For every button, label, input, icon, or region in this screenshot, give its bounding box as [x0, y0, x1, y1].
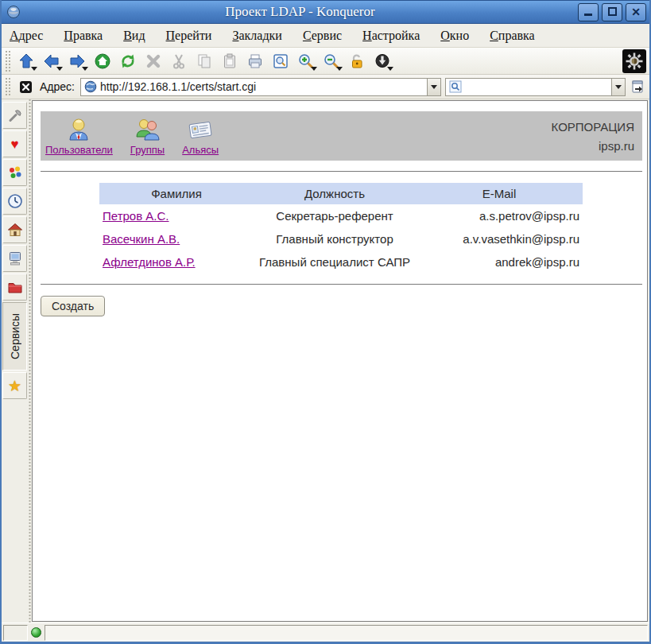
group-icon [134, 116, 161, 143]
person-position: Главный специалист САПР [250, 250, 419, 274]
sidebar-tab-label: Сервисы [9, 313, 21, 359]
sidebar-tab-services[interactable]: Сервисы [2, 302, 27, 370]
forward-icon[interactable] [65, 50, 89, 72]
header-position: Должность [250, 183, 419, 204]
table-header-row: Фамилия Должность E-Mail [99, 183, 583, 204]
lock-open-icon[interactable] [345, 50, 369, 72]
search-dropdown-arrow[interactable] [611, 79, 625, 95]
statusbar [2, 623, 649, 642]
person-email: andrek@ipsp.ru [419, 250, 583, 274]
konqueror-app-icon [5, 3, 22, 21]
people-table: Фамилия Должность E-Mail Петров А.С. Сек… [99, 183, 583, 274]
corporation-domain: ipsp.ru [552, 137, 634, 156]
home-icon[interactable] [91, 50, 114, 72]
browser-viewport: Пользователи Группы Альясы КОРПОРАЦИЯ ip… [32, 100, 648, 622]
star-icon[interactable]: ★ [2, 372, 27, 399]
toolbar-grip[interactable] [5, 50, 10, 72]
table-row: Васечкин А.В. Главный конструктор a.v.va… [99, 227, 583, 250]
go-icon[interactable] [630, 78, 646, 95]
person-position: Секретарь-референт [250, 204, 419, 227]
navigation-panel: ♥ Сервисы ★ [2, 99, 28, 623]
corporation-title: КОРПОРАЦИЯ [552, 118, 634, 137]
user-icon [65, 116, 92, 143]
menu-edit[interactable]: Правка [64, 29, 103, 43]
menu-settings[interactable]: Настройка [362, 29, 420, 43]
nav-link-aliases[interactable]: Альясы [182, 116, 219, 156]
maximize-button[interactable] [602, 3, 622, 21]
wrench-icon[interactable] [2, 102, 27, 129]
menu-tools[interactable]: Сервис [303, 29, 342, 43]
person-email: a.s.petrov@ipsp.ru [419, 204, 583, 227]
address-label: Адрес: [40, 80, 75, 93]
red-folder-icon[interactable] [2, 274, 27, 301]
id-card-icon [187, 116, 214, 143]
nav-link-groups[interactable]: Группы [130, 116, 165, 156]
header-email: E-Mail [419, 183, 583, 204]
url-dropdown-arrow[interactable] [427, 79, 440, 95]
print-icon[interactable] [243, 50, 267, 72]
cut-icon [167, 50, 191, 72]
menu-help[interactable]: Справка [490, 29, 535, 43]
zoom-out-icon[interactable] [320, 50, 343, 72]
divider-top [41, 171, 642, 172]
download-icon[interactable] [370, 50, 394, 72]
globe-icon [83, 80, 98, 94]
nav-link-users[interactable]: Пользователи [45, 116, 113, 156]
person-link[interactable]: Петров А.С. [103, 209, 169, 223]
divider-bottom [41, 284, 642, 285]
person-position: Главный конструктор [250, 227, 419, 250]
nav-link-aliases-label: Альясы [182, 144, 219, 156]
menu-view[interactable]: Вид [123, 29, 145, 43]
search-combobox[interactable] [445, 78, 626, 96]
url-input[interactable] [98, 80, 427, 93]
stop-icon [141, 50, 165, 72]
table-row: Афлетдинов А.Р. Главный специалист САПР … [99, 250, 583, 274]
location-toolbar-grip[interactable] [5, 77, 10, 96]
status-led-icon [31, 627, 41, 638]
konqueror-gear-icon[interactable] [622, 49, 646, 73]
clear-location-icon[interactable] [17, 78, 34, 95]
corporation-block: КОРПОРАЦИЯ ipsp.ru [552, 116, 636, 156]
reload-icon[interactable] [116, 50, 140, 72]
search-input[interactable] [463, 80, 611, 93]
paste-icon [218, 50, 242, 72]
copy-icon [192, 50, 216, 72]
computer-icon[interactable] [2, 245, 27, 272]
search-icon [448, 80, 463, 94]
person-link[interactable]: Васечкин А.В. [103, 232, 180, 246]
location-toolbar: Адрес: [2, 75, 649, 99]
table-row: Петров А.С. Секретарь-референт a.s.petro… [99, 204, 583, 227]
close-button[interactable]: ✕ [626, 3, 646, 21]
menubar: Адрес Правка Вид Перейти Закладки Сервис… [2, 24, 649, 48]
nav-link-groups-label: Группы [130, 144, 165, 156]
create-button[interactable]: Создать [41, 296, 105, 316]
back-icon[interactable] [40, 50, 64, 72]
services-dots-icon[interactable] [2, 159, 27, 186]
menu-address[interactable]: Адрес [10, 29, 43, 43]
find-icon[interactable] [269, 50, 293, 72]
url-combobox[interactable] [80, 78, 441, 96]
konqueror-window: Проект LDAP - Konqueror ✕ Адрес Правка В… [0, 0, 651, 644]
main-toolbar [2, 48, 649, 75]
zoom-in-icon[interactable] [294, 50, 318, 72]
minimize-button[interactable] [578, 3, 599, 21]
page-nav-header: Пользователи Группы Альясы КОРПОРАЦИЯ ip… [41, 111, 642, 161]
statusbar-corner-box [3, 625, 28, 641]
up-icon[interactable] [14, 50, 38, 72]
nav-link-users-label: Пользователи [45, 144, 113, 156]
home-folder-icon[interactable] [2, 216, 27, 243]
person-link[interactable]: Афлетдинов А.Р. [103, 255, 196, 269]
menu-window[interactable]: Окно [440, 29, 469, 43]
menu-go[interactable]: Перейти [166, 29, 212, 43]
main-area: ♥ Сервисы ★ Пользова [2, 99, 649, 623]
heart-icon[interactable]: ♥ [2, 130, 27, 157]
window-title: Проект LDAP - Konqueror [22, 4, 578, 20]
titlebar[interactable]: Проект LDAP - Konqueror ✕ [2, 0, 649, 24]
header-surname: Фамилия [99, 183, 250, 204]
person-email: a.v.vasethkin@ipsp.ru [419, 227, 583, 250]
menu-bookmarks[interactable]: Закладки [232, 29, 281, 43]
clock-icon[interactable] [2, 188, 27, 215]
status-message-field [45, 625, 648, 641]
